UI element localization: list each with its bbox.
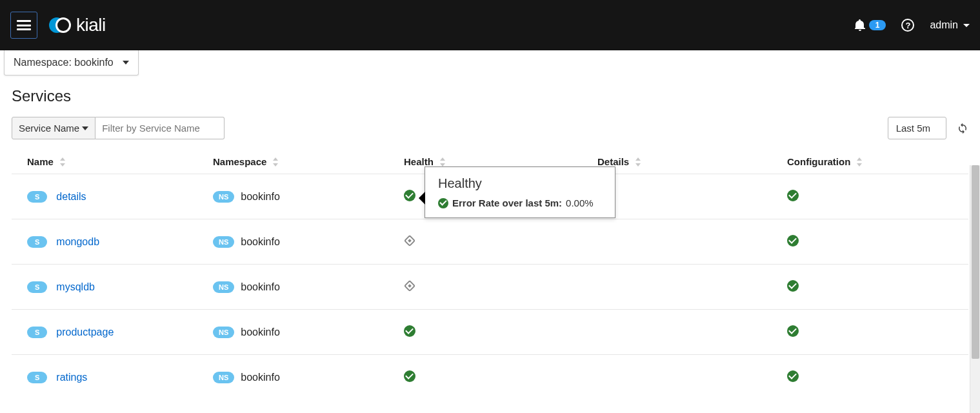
brand-name: kiali [76, 15, 106, 35]
refresh-button[interactable] [957, 123, 968, 134]
caret-down-icon [963, 24, 970, 27]
hamburger-button[interactable] [10, 12, 37, 39]
column-header-configuration[interactable]: Configuration [787, 156, 968, 167]
check-circle-icon [404, 325, 415, 337]
namespace-selector-label: Namespace: bookinfo [14, 57, 114, 68]
service-link[interactable]: mongodb [56, 236, 99, 248]
table-row: SratingsNSbookinfo [12, 355, 968, 400]
health-tooltip: Healthy Error Rate over last 5m: 0.00% [425, 166, 615, 218]
namespace-badge: NS [213, 281, 234, 293]
sort-icon [273, 157, 278, 166]
namespace-badge: NS [213, 236, 234, 248]
scrollbar[interactable] [970, 165, 980, 413]
check-circle-icon [787, 280, 799, 292]
help-button[interactable]: ? [901, 19, 914, 32]
caret-down-icon [123, 61, 129, 65]
kiali-logo-icon [49, 14, 72, 37]
service-badge: S [27, 236, 47, 248]
filter-type-label: Service Name [19, 123, 79, 134]
svg-point-2 [57, 19, 69, 31]
table-row: SmysqldbNSbookinfo [12, 265, 968, 310]
check-circle-icon [404, 370, 415, 382]
service-badge: S [27, 281, 47, 293]
sort-icon [60, 157, 65, 166]
namespace-text: bookinfo [241, 372, 280, 383]
check-circle-icon [438, 198, 448, 208]
user-menu[interactable]: admin [930, 19, 970, 31]
namespace-text: bookinfo [241, 281, 280, 293]
check-circle-icon [787, 370, 799, 382]
service-badge: S [27, 327, 47, 338]
filter-toolbar: Service Name Last 5m [12, 117, 968, 139]
namespace-text: bookinfo [241, 191, 280, 203]
bell-icon [855, 19, 865, 31]
time-range-label: Last 5m [896, 123, 930, 134]
column-header-health[interactable]: Health [404, 156, 597, 167]
user-name: admin [930, 19, 958, 31]
namespace-text: bookinfo [241, 236, 280, 248]
hamburger-icon [17, 20, 31, 30]
scrollbar-thumb[interactable] [972, 165, 979, 359]
namespace-badge: NS [213, 372, 234, 383]
sort-icon [635, 157, 641, 166]
na-diamond-icon [404, 280, 415, 292]
svg-rect-6 [408, 284, 412, 288]
column-header-details[interactable]: Details [597, 156, 787, 167]
service-link[interactable]: productpage [56, 327, 114, 338]
service-badge: S [27, 372, 47, 383]
namespace-badge: NS [213, 327, 234, 338]
time-range-dropdown[interactable]: Last 5m [888, 117, 946, 139]
page-title: Services [12, 87, 968, 105]
topbar: kiali 1 ? admin [0, 0, 980, 50]
tooltip-metric-value: 0.00% [566, 197, 594, 208]
filter-input[interactable] [95, 117, 225, 139]
notification-count-badge: 1 [869, 20, 886, 30]
check-circle-icon [404, 190, 415, 201]
check-circle-icon [787, 235, 799, 247]
sort-icon [440, 157, 445, 166]
tooltip-metric-label: Error Rate over last 5m: [452, 197, 562, 208]
sort-icon [857, 157, 862, 166]
service-link[interactable]: details [56, 191, 86, 203]
service-link[interactable]: ratings [56, 372, 87, 383]
table-row: SproductpageNSbookinfo [12, 310, 968, 355]
notifications-button[interactable]: 1 [855, 19, 886, 31]
column-header-namespace[interactable]: Namespace [213, 156, 404, 167]
check-circle-icon [787, 190, 799, 201]
tooltip-title: Healthy [438, 176, 602, 191]
na-diamond-icon [404, 235, 415, 247]
namespace-selector[interactable]: Namespace: bookinfo [4, 50, 139, 76]
caret-down-icon [82, 126, 88, 130]
namespace-text: bookinfo [241, 327, 280, 338]
table-row: SmongodbNSbookinfo [12, 219, 968, 265]
namespace-badge: NS [213, 191, 234, 203]
brand[interactable]: kiali [49, 14, 106, 37]
svg-rect-4 [408, 239, 412, 243]
service-badge: S [27, 191, 47, 203]
filter-type-dropdown[interactable]: Service Name [12, 117, 95, 139]
service-link[interactable]: mysqldb [56, 281, 95, 293]
column-header-name[interactable]: Name [27, 156, 213, 167]
check-circle-icon [787, 325, 799, 337]
